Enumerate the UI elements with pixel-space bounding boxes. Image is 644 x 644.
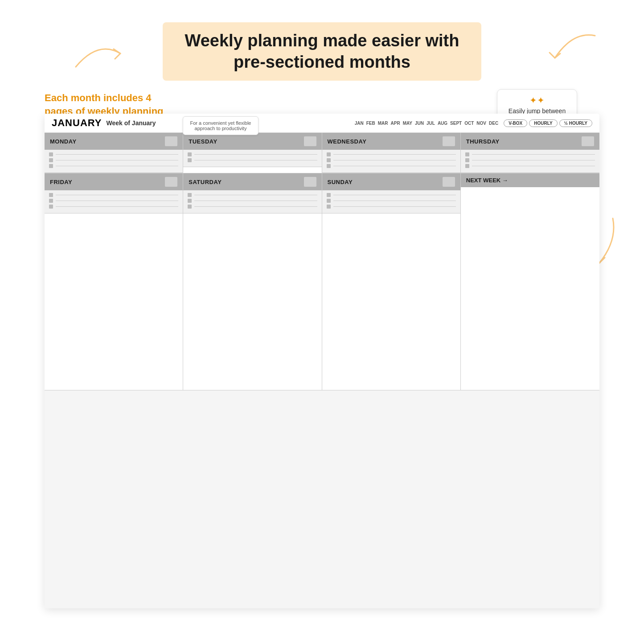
task-item bbox=[188, 158, 317, 162]
tuesday-tasks bbox=[183, 150, 321, 167]
task-checkbox bbox=[327, 152, 331, 156]
sunday-label: SUNDAY bbox=[328, 179, 353, 185]
task-item bbox=[49, 158, 178, 162]
task-item bbox=[327, 199, 456, 203]
tuesday-label: TUESDAY bbox=[189, 138, 217, 145]
task-checkbox bbox=[188, 205, 192, 209]
task-checkbox bbox=[49, 205, 53, 209]
thursday-tasks bbox=[461, 150, 599, 173]
task-line bbox=[194, 160, 317, 160]
task-checkbox bbox=[49, 158, 53, 162]
calendar-grid: MONDAY TUESDAY WEDNESDAY bbox=[45, 133, 599, 607]
next-week-body bbox=[461, 187, 599, 390]
month-jan[interactable]: JAN bbox=[355, 121, 364, 126]
task-item bbox=[188, 193, 317, 197]
task-item bbox=[465, 158, 595, 162]
sunday-header: SUNDAY bbox=[322, 173, 460, 190]
friday-cell: FRIDAY bbox=[45, 173, 183, 390]
hourly-button[interactable]: HOURLY bbox=[529, 119, 557, 127]
task-item bbox=[327, 205, 456, 209]
month-apr[interactable]: APR bbox=[391, 121, 400, 126]
thursday-label: THURSDAY bbox=[466, 138, 500, 145]
half-hourly-button[interactable]: ½ HOURLY bbox=[559, 119, 592, 127]
next-week-header[interactable]: NEXT WEEK → bbox=[461, 173, 599, 187]
saturday-body bbox=[183, 213, 321, 390]
month-aug[interactable]: AUG bbox=[438, 121, 447, 126]
saturday-header: SATURDAY bbox=[183, 173, 321, 190]
task-item bbox=[49, 205, 178, 209]
next-week-cell: NEXT WEEK → bbox=[461, 173, 599, 390]
task-line bbox=[194, 195, 317, 195]
task-line bbox=[333, 206, 456, 207]
months-navigation[interactable]: JAN FEB MAR APR MAY JUN JUL AUG SEPT OCT… bbox=[355, 121, 498, 126]
task-checkbox bbox=[188, 193, 192, 197]
wednesday-label: WEDNESDAY bbox=[328, 138, 367, 145]
task-item bbox=[49, 199, 178, 203]
month-sept[interactable]: SEPT bbox=[450, 121, 462, 126]
task-item bbox=[49, 152, 178, 156]
month-dec[interactable]: DEC bbox=[489, 121, 498, 126]
task-line bbox=[333, 154, 456, 155]
task-line bbox=[333, 160, 456, 160]
monday-cell: MONDAY bbox=[45, 133, 183, 173]
task-checkbox bbox=[327, 164, 331, 168]
task-item bbox=[327, 158, 456, 162]
friday-body bbox=[45, 213, 183, 390]
task-checkbox bbox=[188, 152, 192, 156]
month-may[interactable]: MAY bbox=[403, 121, 412, 126]
task-item bbox=[327, 164, 456, 168]
task-checkbox bbox=[188, 158, 192, 162]
tooltip-dots: ✦✦ bbox=[505, 95, 570, 106]
task-item bbox=[49, 193, 178, 197]
task-checkbox bbox=[49, 152, 53, 156]
friday-header: FRIDAY bbox=[45, 173, 183, 190]
arrow-right-top-decoration bbox=[546, 27, 599, 71]
task-item bbox=[465, 152, 595, 156]
task-checkbox bbox=[327, 205, 331, 209]
friday-label: FRIDAY bbox=[50, 179, 72, 185]
month-mar[interactable]: MAR bbox=[378, 121, 388, 126]
tuesday-date-box bbox=[304, 136, 316, 146]
thursday-header: THURSDAY bbox=[461, 133, 599, 150]
task-line bbox=[333, 201, 456, 201]
hero-title: Weekly planning made easier with pre-sec… bbox=[163, 22, 482, 81]
view-buttons[interactable]: V-BOX HOURLY ½ HOURLY bbox=[504, 119, 592, 127]
task-item bbox=[327, 152, 456, 156]
sunday-body bbox=[322, 213, 460, 390]
task-line bbox=[194, 201, 317, 201]
planner-tooltip: For a convenient yet flexible approach t… bbox=[183, 116, 258, 135]
sunday-date-box bbox=[443, 177, 455, 187]
task-checkbox bbox=[465, 158, 469, 162]
task-checkbox bbox=[49, 164, 53, 168]
task-line bbox=[194, 206, 317, 207]
wednesday-tasks bbox=[322, 150, 460, 173]
arrow-left-decoration bbox=[71, 36, 125, 71]
task-line bbox=[56, 195, 178, 195]
friday-tasks bbox=[45, 190, 183, 213]
task-line bbox=[472, 166, 595, 166]
saturday-label: SATURDAY bbox=[189, 179, 222, 185]
task-checkbox bbox=[188, 199, 192, 203]
tuesday-header: TUESDAY bbox=[183, 133, 321, 150]
month-oct[interactable]: OCT bbox=[464, 121, 474, 126]
saturday-tasks bbox=[183, 190, 321, 213]
month-nov[interactable]: NOV bbox=[476, 121, 486, 126]
task-item bbox=[188, 205, 317, 209]
planner-header: JANUARY Week of January JAN FEB MAR APR … bbox=[45, 114, 599, 133]
task-item bbox=[188, 199, 317, 203]
task-line bbox=[333, 166, 456, 166]
month-jul[interactable]: JUL bbox=[427, 121, 435, 126]
vbox-button[interactable]: V-BOX bbox=[504, 119, 527, 127]
wednesday-header: WEDNESDAY bbox=[322, 133, 460, 150]
thursday-cell: THURSDAY bbox=[461, 133, 599, 173]
task-line bbox=[56, 206, 178, 207]
next-week-label[interactable]: NEXT WEEK → bbox=[466, 177, 508, 184]
month-jun[interactable]: JUN bbox=[415, 121, 424, 126]
task-line bbox=[56, 201, 178, 201]
task-checkbox bbox=[327, 193, 331, 197]
task-line bbox=[333, 195, 456, 195]
task-checkbox bbox=[465, 164, 469, 168]
month-feb[interactable]: FEB bbox=[366, 121, 375, 126]
task-checkbox bbox=[465, 152, 469, 156]
sunday-cell: SUNDAY bbox=[322, 173, 461, 390]
